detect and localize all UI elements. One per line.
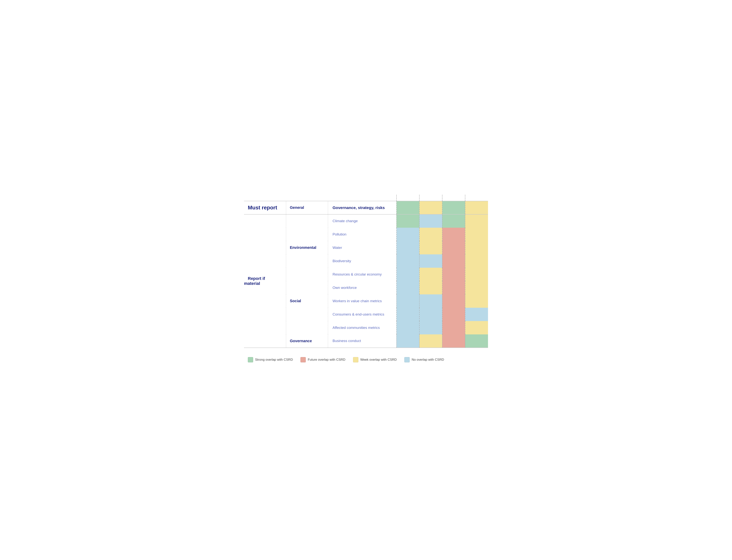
- main-container: Must reportGeneralGovernance, strategy, …: [244, 195, 488, 365]
- cell-nfrd: [420, 321, 442, 334]
- cell-tcfd: [397, 214, 420, 228]
- cell-gri: [465, 254, 488, 268]
- cell-gri: [465, 308, 488, 321]
- cell-tcfd: [397, 294, 420, 308]
- cell-tcfd: [397, 241, 420, 254]
- category-cell: [286, 308, 328, 321]
- topic-cell: Workers in value chain metrics: [328, 294, 397, 308]
- topic-cell: Biodiversity: [328, 254, 397, 268]
- legend-swatch: [353, 357, 358, 362]
- header-gri: [465, 195, 488, 201]
- comparison-table: Must reportGeneralGovernance, strategy, …: [244, 195, 488, 348]
- cell-issb: [442, 201, 465, 214]
- topic-cell: Pollution: [328, 228, 397, 241]
- header-issb: [442, 195, 465, 201]
- cell-nfrd: [420, 334, 442, 348]
- table-row: Report if materialClimate change: [244, 214, 488, 228]
- cell-issb: [442, 241, 465, 254]
- legend-item: Strong overlap with CSRD: [248, 357, 293, 362]
- cell-nfrd: [420, 308, 442, 321]
- cell-nfrd: [420, 254, 442, 268]
- header-col1: [244, 195, 286, 201]
- legend-item: Week overlap with CSRD: [353, 357, 397, 362]
- legend-label: Week overlap with CSRD: [360, 358, 397, 362]
- header-col2: [286, 195, 328, 201]
- cell-gri: [465, 294, 488, 308]
- topic-cell: Consumers & end-users metrics: [328, 308, 397, 321]
- header-row: [244, 195, 488, 201]
- cell-issb: [442, 308, 465, 321]
- category-cell: [286, 228, 328, 241]
- cell-tcfd: [397, 228, 420, 241]
- cell-nfrd: [420, 241, 442, 254]
- cell-gri: [465, 201, 488, 214]
- cell-issb: [442, 254, 465, 268]
- category-cell: Environmental: [286, 241, 328, 254]
- legend: Strong overlap with CSRDFuture overlap w…: [244, 354, 488, 365]
- cell-gri: [465, 268, 488, 281]
- cell-issb: [442, 334, 465, 348]
- cell-nfrd: [420, 228, 442, 241]
- cell-gri: [465, 214, 488, 228]
- category-cell: General: [286, 201, 328, 214]
- legend-label: Strong overlap with CSRD: [255, 358, 293, 362]
- category-cell: [286, 268, 328, 281]
- cell-issb: [442, 321, 465, 334]
- topic-cell: Governance, strategy, risks: [328, 201, 397, 214]
- cell-gri: [465, 334, 488, 348]
- legend-swatch: [404, 357, 410, 362]
- cell-tcfd: [397, 308, 420, 321]
- cell-gri: [465, 281, 488, 294]
- cell-nfrd: [420, 268, 442, 281]
- legend-swatch: [248, 357, 253, 362]
- header-tcfd: [397, 195, 420, 201]
- section-label: Must report: [244, 205, 281, 211]
- section-label-cell: Must report: [244, 201, 286, 214]
- cell-issb: [442, 214, 465, 228]
- topic-cell: Affected communities metrics: [328, 321, 397, 334]
- category-cell: [286, 281, 328, 294]
- category-cell: Social: [286, 294, 328, 308]
- cell-issb: [442, 281, 465, 294]
- cell-issb: [442, 228, 465, 241]
- legend-item: No overlap with CSRD: [404, 357, 444, 362]
- cell-gri: [465, 241, 488, 254]
- cell-issb: [442, 268, 465, 281]
- section-label-cell: Report if material: [244, 214, 286, 348]
- cell-issb: [442, 294, 465, 308]
- topic-cell: Own workforce: [328, 281, 397, 294]
- topic-cell: Climate change: [328, 214, 397, 228]
- cell-gri: [465, 321, 488, 334]
- cell-nfrd: [420, 214, 442, 228]
- cell-tcfd: [397, 281, 420, 294]
- cell-nfrd: [420, 201, 442, 214]
- cell-nfrd: [420, 281, 442, 294]
- category-cell: Governance: [286, 334, 328, 348]
- cell-nfrd: [420, 294, 442, 308]
- table-body: Must reportGeneralGovernance, strategy, …: [244, 201, 488, 348]
- topic-cell: Resources & circular economy: [328, 268, 397, 281]
- legend-item: Future overlap with CSRD: [300, 357, 345, 362]
- header-col3: [328, 195, 397, 201]
- table-row: Must reportGeneralGovernance, strategy, …: [244, 201, 488, 214]
- cell-tcfd: [397, 254, 420, 268]
- legend-label: Future overlap with CSRD: [308, 358, 345, 362]
- topic-cell: Business conduct: [328, 334, 397, 348]
- legend-label: No overlap with CSRD: [412, 358, 444, 362]
- category-cell: [286, 321, 328, 334]
- category-cell: [286, 254, 328, 268]
- cell-tcfd: [397, 268, 420, 281]
- section-label: Report if material: [244, 276, 265, 286]
- header-nfrd: [420, 195, 442, 201]
- category-cell: [286, 214, 328, 228]
- cell-tcfd: [397, 334, 420, 348]
- legend-swatch: [300, 357, 306, 362]
- topic-cell: Water: [328, 241, 397, 254]
- cell-tcfd: [397, 321, 420, 334]
- cell-tcfd: [397, 201, 420, 214]
- cell-gri: [465, 228, 488, 241]
